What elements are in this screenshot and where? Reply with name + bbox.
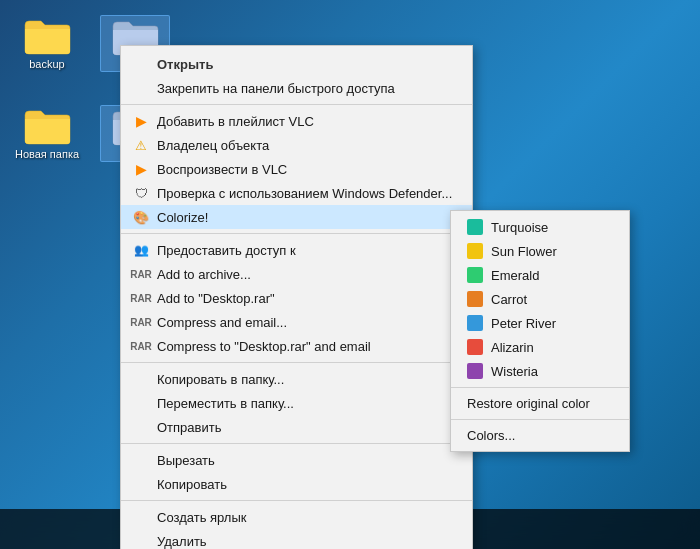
send-to-icon [131,419,151,435]
warning-icon: ⚠ [131,137,151,153]
menu-item-add-archive[interactable]: RAR Add to archive... [121,262,472,286]
submenu-alizarin[interactable]: Alizarin [451,335,629,359]
separator-1 [121,104,472,105]
menu-item-open[interactable]: Открыть [121,50,472,76]
menu-item-vlc-playlist[interactable]: ▶ Добавить в плейлист VLC [121,109,472,133]
submenu-separator-1 [451,387,629,388]
move-to-icon [131,395,151,411]
desktop-icon-novaya-papka[interactable]: Новая папка [12,105,82,162]
icon-label-backup: backup [29,58,64,70]
submenu-turquoise[interactable]: Turquoise [451,215,629,239]
access-icon: 👥 [131,242,151,258]
copy-to-icon [131,371,151,387]
menu-item-defender[interactable]: 🛡 Проверка с использованием Windows Defe… [121,181,472,205]
emerald-swatch [467,267,483,283]
menu-item-copy-to[interactable]: Копировать в папку... [121,367,472,391]
menu-item-create-shortcut[interactable]: Создать ярлык [121,505,472,529]
defender-icon: 🛡 [131,185,151,201]
alizarin-label: Alizarin [491,340,534,355]
menu-item-compress-email[interactable]: RAR Compress and email... [121,310,472,334]
submenu-peter-river[interactable]: Peter River [451,311,629,335]
desktop: backup data Новая папка [0,0,700,549]
menu-item-vlc-play[interactable]: ▶ Воспроизвести в VLC [121,157,472,181]
menu-item-access[interactable]: 👥 Предоставить доступ к › [121,238,472,262]
wisteria-swatch [467,363,483,379]
colorize-submenu: Turquoise Sun Flower Emerald Carrot Pete… [450,210,630,452]
emerald-label: Emerald [491,268,539,283]
vlc-play-icon: ▶ [131,161,151,177]
submenu-restore[interactable]: Restore original color [451,392,629,415]
cut-icon [131,452,151,468]
separator-4 [121,443,472,444]
carrot-label: Carrot [491,292,527,307]
separator-3 [121,362,472,363]
separator-5 [121,500,472,501]
menu-item-copy[interactable]: Копировать [121,472,472,496]
separator-2 [121,233,472,234]
menu-item-colorize[interactable]: 🎨 Colorize! › [121,205,472,229]
submenu-carrot[interactable]: Carrot [451,287,629,311]
sun-flower-swatch [467,243,483,259]
menu-item-compress-desktop-email[interactable]: RAR Compress to "Desktop.rar" and email [121,334,472,358]
colorize-icon: 🎨 [131,209,151,225]
submenu-emerald[interactable]: Emerald [451,263,629,287]
turquoise-swatch [467,219,483,235]
rar-icon-2: RAR [131,290,151,306]
menu-item-move-to[interactable]: Переместить в папку... [121,391,472,415]
menu-item-cut[interactable]: Вырезать [121,448,472,472]
peter-river-swatch [467,315,483,331]
submenu-sun-flower[interactable]: Sun Flower [451,239,629,263]
vlc-icon: ▶ [131,113,151,129]
context-menu: Открыть Закрепить на панели быстрого дос… [120,45,473,549]
rar-icon-4: RAR [131,338,151,354]
icon-label-novaya-papka: Новая папка [15,148,79,160]
desktop-icon-backup[interactable]: backup [12,15,82,72]
carrot-swatch [467,291,483,307]
pin-icon [131,80,151,96]
submenu-wisteria[interactable]: Wisteria [451,359,629,383]
menu-item-delete[interactable]: Удалить [121,529,472,549]
menu-item-pin[interactable]: Закрепить на панели быстрого доступа [121,76,472,100]
alizarin-swatch [467,339,483,355]
peter-river-label: Peter River [491,316,556,331]
delete-icon [131,533,151,549]
shortcut-icon [131,509,151,525]
turquoise-label: Turquoise [491,220,548,235]
colors-label: Colors... [467,428,515,443]
rar-icon-1: RAR [131,266,151,282]
copy-icon [131,476,151,492]
menu-item-add-desktop-rar[interactable]: RAR Add to "Desktop.rar" [121,286,472,310]
sun-flower-label: Sun Flower [491,244,557,259]
rar-icon-3: RAR [131,314,151,330]
menu-item-owner[interactable]: ⚠ Владелец объекта [121,133,472,157]
open-icon [131,56,151,72]
submenu-separator-2 [451,419,629,420]
restore-label: Restore original color [467,396,590,411]
menu-item-send-to[interactable]: Отправить › [121,415,472,439]
submenu-colors[interactable]: Colors... [451,424,629,447]
wisteria-label: Wisteria [491,364,538,379]
